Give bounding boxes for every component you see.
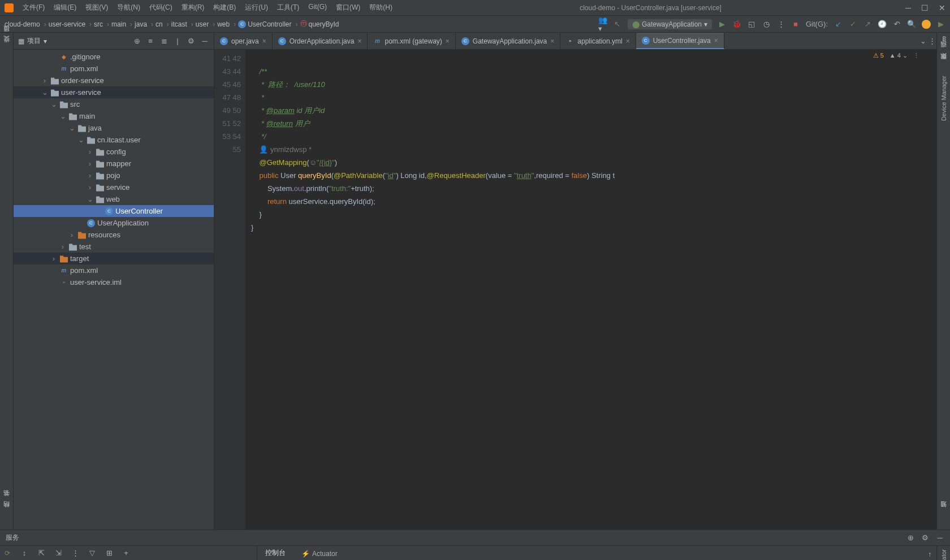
tree-node[interactable]: ›mapper xyxy=(14,158,214,170)
code-content[interactable]: /** * 路径： /user/110 * * @param id 用户id *… xyxy=(245,50,936,529)
more-icon[interactable]: ⋮ xyxy=(927,37,936,46)
editor-tab[interactable]: ⚬ application.yml × xyxy=(560,33,636,49)
chevron-down-icon[interactable]: ⌄ xyxy=(918,37,927,46)
editor-tab[interactable]: C GatewayApplication.java × xyxy=(456,33,560,49)
close-tab-icon[interactable]: × xyxy=(550,37,554,45)
close-tab-icon[interactable]: × xyxy=(626,37,630,45)
coverage-icon[interactable]: ◱ xyxy=(747,20,756,29)
toolbar-icon[interactable]: ▽ xyxy=(88,549,97,558)
tree-node[interactable]: ›target xyxy=(14,253,214,264)
users-icon[interactable]: 👥▾ xyxy=(598,20,607,29)
tree-node[interactable]: ›service xyxy=(14,181,214,193)
gear-icon[interactable]: ⚙ xyxy=(921,533,930,542)
menu-item[interactable]: 文件(F) xyxy=(19,2,48,14)
breadcrumb-item[interactable]: cloud-demo xyxy=(5,20,46,28)
tab-device-manager[interactable]: Device Manager xyxy=(940,76,947,121)
minimize-icon[interactable]: ─ xyxy=(905,3,911,12)
close-tab-icon[interactable]: × xyxy=(446,37,450,45)
menu-item[interactable]: 窗口(W) xyxy=(332,2,364,14)
toolbar-icon[interactable]: ↕ xyxy=(20,549,29,558)
attach-icon[interactable]: ⋮ xyxy=(776,20,785,29)
editor-tab[interactable]: m pom.xml (gateway) × xyxy=(368,33,455,49)
tree-node[interactable]: ▫user-service.iml xyxy=(14,276,214,288)
toolbar-icon[interactable]: + xyxy=(122,549,131,558)
tree-node[interactable]: ⌄cn.itcast.user xyxy=(14,134,214,146)
git-revert-icon[interactable]: ↶ xyxy=(892,20,901,29)
stop-icon[interactable]: ■ xyxy=(791,20,800,29)
gear-icon[interactable]: ⚙ xyxy=(187,37,196,46)
close-icon[interactable]: ✕ xyxy=(939,3,945,12)
close-tab-icon[interactable]: × xyxy=(357,37,361,45)
toolbar-icon[interactable]: ⇲ xyxy=(54,549,63,558)
tree-node[interactable]: ›pojo xyxy=(14,170,214,181)
run-config-dropdown[interactable]: ⬤GatewayApplication▾ xyxy=(628,19,712,29)
toolbar-icon[interactable]: ⊞ xyxy=(105,549,114,558)
breadcrumb-item[interactable]: itcast xyxy=(171,20,193,28)
chevron-down-icon[interactable]: ▾ xyxy=(44,37,47,45)
collapse-icon[interactable]: ≣ xyxy=(159,37,169,46)
toolbar-icon[interactable]: ⋮ xyxy=(71,549,80,558)
project-tree[interactable]: ◆.gitignore mpom.xml ›order-service ⌄use… xyxy=(14,50,214,529)
tree-node[interactable]: ›test xyxy=(14,241,214,253)
tree-node[interactable]: ⌄java xyxy=(14,122,214,134)
tab-console[interactable]: 控制台 xyxy=(257,546,293,560)
menu-item[interactable]: 帮助(H) xyxy=(366,2,396,14)
inspection-indicators[interactable]: ⚠ 5 ▲ 4 ⌄ ⋮ xyxy=(873,52,919,59)
tree-node[interactable]: CUserController xyxy=(14,205,214,217)
hide-icon[interactable]: ─ xyxy=(935,533,944,542)
rerun-icon[interactable]: ⟳ xyxy=(5,549,10,557)
menu-item[interactable]: 视图(V) xyxy=(82,2,111,14)
back-icon[interactable]: ↖ xyxy=(613,20,622,29)
menu-item[interactable]: 运行(U) xyxy=(241,2,271,14)
close-tab-icon[interactable]: × xyxy=(714,37,718,45)
tree-node[interactable]: ⌄src xyxy=(14,98,214,110)
search-icon[interactable]: 🔍 xyxy=(907,20,916,29)
tree-node[interactable]: ⌄user-service xyxy=(14,86,214,98)
debug-icon[interactable]: 🐞 xyxy=(732,20,741,29)
breadcrumb-item[interactable]: user xyxy=(196,20,215,28)
maximize-icon[interactable]: ☐ xyxy=(921,3,929,12)
close-tab-icon[interactable]: × xyxy=(262,37,266,45)
tab-maven[interactable]: m xyxy=(940,36,947,42)
menu-item[interactable]: 工具(T) xyxy=(274,2,303,14)
tree-node[interactable]: mpom.xml xyxy=(14,264,214,276)
git-update-icon[interactable]: ↙ xyxy=(834,20,843,29)
menu-item[interactable]: 编辑(E) xyxy=(50,2,80,14)
breadcrumb-item[interactable]: web xyxy=(217,20,236,28)
locate-icon[interactable]: ⊕ xyxy=(132,37,141,46)
breadcrumb-item[interactable]: java xyxy=(135,20,153,28)
tree-node[interactable]: ›order-service xyxy=(14,75,214,86)
menu-item[interactable]: 构建(B) xyxy=(210,2,239,14)
menu-item[interactable]: 导航(N) xyxy=(114,2,144,14)
avatar-icon[interactable] xyxy=(922,20,931,29)
hide-icon[interactable]: ─ xyxy=(200,37,209,46)
locate-icon[interactable]: ⊕ xyxy=(906,533,915,542)
git-history-icon[interactable]: 🕘 xyxy=(878,20,887,29)
tree-node[interactable]: mpom.xml xyxy=(14,63,214,75)
breadcrumb-item[interactable]: ⓜqueryById xyxy=(300,19,339,29)
breadcrumb-item[interactable]: src xyxy=(94,20,109,28)
tree-node[interactable]: ⌄web xyxy=(14,193,214,205)
breadcrumb-item[interactable]: cn xyxy=(156,20,169,28)
editor-tab[interactable]: C UserController.java × xyxy=(636,33,724,49)
tree-node[interactable]: ›resources xyxy=(14,229,214,241)
git-push-icon[interactable]: ↗ xyxy=(863,20,872,29)
emulator-icon[interactable]: ▶ xyxy=(936,20,945,29)
up-icon[interactable]: ↑ xyxy=(928,550,931,558)
profile-icon[interactable]: ◷ xyxy=(762,20,771,29)
expand-icon[interactable]: ≡ xyxy=(146,37,155,46)
run-icon[interactable]: ▶ xyxy=(718,20,727,29)
tree-node[interactable]: ⌄main xyxy=(14,110,214,122)
editor-tab[interactable]: C oper.java × xyxy=(214,33,273,49)
breadcrumb-item[interactable]: user-service xyxy=(49,20,92,28)
menu-item[interactable]: 重构(R) xyxy=(178,2,208,14)
menu-item[interactable]: 代码(C) xyxy=(146,2,176,14)
editor-tab[interactable]: C OrderApplication.java × xyxy=(273,33,368,49)
tree-node[interactable]: CUserApplication xyxy=(14,217,214,229)
menu-item[interactable]: Git(G) xyxy=(305,2,330,14)
breadcrumb-item[interactable]: main xyxy=(111,20,132,28)
tree-node[interactable]: ›config xyxy=(14,146,214,158)
tab-actuator[interactable]: ⚡Actuator xyxy=(293,546,346,560)
toolbar-icon[interactable]: ⇱ xyxy=(37,549,46,558)
breadcrumb-item[interactable]: CUserController xyxy=(238,20,297,28)
